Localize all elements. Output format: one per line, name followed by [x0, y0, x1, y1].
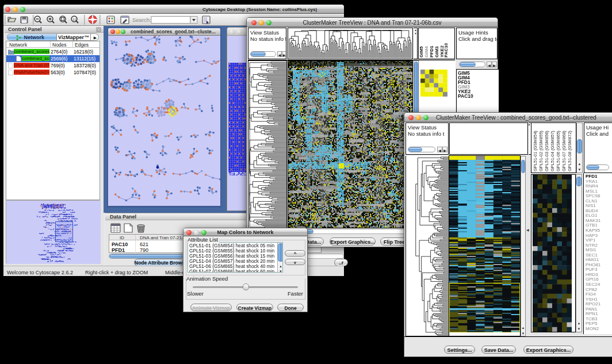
svg-text:Search:: Search: [132, 17, 151, 23]
svg-text:1:1: 1:1 [72, 18, 76, 21]
